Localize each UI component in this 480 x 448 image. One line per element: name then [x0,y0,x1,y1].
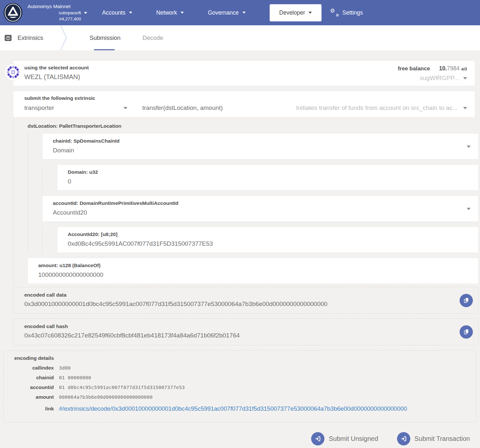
sign-in-icon [311,432,324,445]
copy-icon [463,328,470,336]
chevron-down-icon [467,208,471,210]
chain-spec-selector[interactable]: subspace/6 [28,10,87,16]
encoding-details-box: encoding details callindex 3d00 chainid … [3,350,476,422]
param-accountid20-value[interactable]: 0xd0Bc4c95c5991AC007f077d31F5D315007377E… [68,240,468,247]
tab-decode[interactable]: Decode [142,25,164,50]
encoding-value: 000064a7b3b6e00d0000000000000000 [59,395,153,400]
account-selector[interactable]: using the selected account WEZL (TALISMA… [13,60,475,86]
params-tree: dstLocation: PalletTransporterLocation c… [13,118,479,284]
encoded-call-data-box: encoded call data 0x3d00010000000001d0bc… [13,287,479,314]
free-balance-line: free balance 10. 7984 ai3 [398,65,467,72]
param-domain-input[interactable]: Domain: u32 0 [57,164,479,191]
method-description: Initiates transfer of funds from account… [296,104,458,112]
copy-icon [463,297,470,304]
submit-transaction-label: Submit Transaction [415,435,470,442]
free-balance-label: free balance [398,65,430,72]
autonomys-logo-icon[interactable] [3,3,23,23]
nav-network-label: Network [156,9,177,16]
account-address-toggle[interactable]: sugWfRGPP... [398,75,467,82]
param-amount-input[interactable]: amount: u128 (BalanceOf) 100000000000000… [28,258,479,284]
balance-integer: 10. [439,65,447,72]
chevron-down-icon [463,107,467,109]
account-address-short: sugWfRGPP... [420,75,459,82]
page-title: Extrinsics [18,34,43,41]
method-description-select[interactable]: Initiates transfer of funds from account… [296,104,467,112]
nav-accounts[interactable]: Accounts [102,9,132,16]
encoding-key: accountid [7,384,54,390]
encoded-call-hash-value: 0x43c07c608326c217e82549f60cbf8cbf481eb4… [24,332,452,339]
param-chainid-select[interactable]: chainId: SpDomainsChainId Domain [42,133,479,159]
param-amount-label: amount: u128 (BalanceOf) [38,263,468,268]
pallet-select[interactable]: transporter [24,104,127,112]
main-content: using the selected account WEZL (TALISMA… [0,50,480,445]
main-nav: Accounts Network Governance Developer ⚙⚙… [102,4,363,21]
nav-governance[interactable]: Governance [208,9,245,16]
chevron-down-icon [242,12,246,14]
nav-governance-label: Governance [208,9,239,16]
encoding-row-callindex: callindex 3d00 [7,365,470,371]
encoding-value: 01 00000000 [59,375,91,380]
param-amount-value[interactable]: 1000000000000000000 [38,271,468,278]
param-chainid-value[interactable]: Domain [53,147,468,154]
app-header: Autonomys Mainnet subspace/6 #4,277,400 … [0,0,480,25]
network-title-block: Autonomys Mainnet subspace/6 #4,277,400 [28,4,87,22]
encoded-call-hash-label: encoded call hash [24,324,452,329]
encoding-row-chainid: chainid 01 00000000 [7,375,470,381]
pallet-select-value: transporter [24,104,54,112]
extrinsics-inbox-icon [4,34,12,42]
extrinsic-select-card: submit the following extrinsic transport… [13,91,475,118]
encoding-key: callindex [7,365,54,371]
params-accountid-children: AccountId20: [u8;20] 0xd0Bc4c95c5991AC00… [42,227,479,253]
nav-developer[interactable]: Developer [270,4,322,21]
encoding-link-label: link [7,406,54,412]
param-accountid-value[interactable]: AccountId20 [53,209,468,216]
tab-decode-label: Decode [143,34,163,41]
chevron-down-icon [129,12,132,14]
gear-icon: ⚙⚙ [330,8,339,17]
extrinsic-select-label: submit the following extrinsic [24,95,467,101]
submit-actions: Submit Unsigned Submit Transaction [0,432,470,445]
nav-settings-label: Settings [342,9,363,16]
encoding-row-amount: amount 000064a7b3b6e00d0000000000000000 [7,394,470,400]
balance-fraction: 7984 [447,65,460,72]
chevron-down-icon [463,77,467,79]
encoding-row-link: link #/extrinsics/decode/0x3d00010000000… [7,405,470,412]
copy-call-hash-button[interactable] [460,325,473,338]
encoding-key: chainid [7,375,54,381]
submit-transaction-button[interactable]: Submit Transaction [397,432,470,445]
best-block-number: #4,277,400 [28,16,87,22]
chevron-down-icon [181,12,184,14]
chevron-down-icon [84,12,87,14]
param-accountid20-label: AccountId20: [u8;20] [68,231,468,237]
param-domain-value[interactable]: 0 [68,178,468,185]
section-head: Extrinsics [4,25,43,50]
nav-settings[interactable]: ⚙⚙ Settings [330,8,363,17]
sign-in-icon [397,432,410,445]
param-domain-label: Domain: u32 [68,169,468,175]
params-chainid-children: Domain: u32 0 [42,164,479,191]
nav-network[interactable]: Network [156,9,184,16]
tab-submission-label: Submission [89,34,121,41]
chevron-down-icon [123,107,127,109]
tab-submission[interactable]: Submission [88,25,122,50]
account-identicon [5,64,22,81]
method-select[interactable]: transfer(dstLocation, amount) [142,104,223,112]
account-balance-block: free balance 10. 7984 ai3 sugWfRGPP... [398,65,467,82]
params-dstlocation-children: chainId: SpDomainsChainId Domain Domain:… [28,133,479,253]
chevron-down-icon [309,12,312,14]
encoded-call-hash-box: encoded call hash 0x43c07c608326c217e825… [13,318,479,345]
decode-link[interactable]: #/extrinsics/decode/0x3d00010000000001d0… [59,405,407,412]
method-select-value: transfer(dstLocation, amount) [142,104,223,111]
copy-call-data-button[interactable] [460,294,473,307]
network-name: Autonomys Mainnet [28,4,87,9]
param-accountid-select[interactable]: accountId: DomainRuntimePrimitivesMultiA… [42,195,479,222]
encoding-row-accountid: accountid 01 d0bc4c95c5991ac007f077d31f5… [7,384,470,390]
param-chainid-label: chainId: SpDomainsChainId [53,138,468,144]
chain-spec-label: subspace/6 [59,10,81,16]
param-accountid20-input[interactable]: AccountId20: [u8;20] 0xd0Bc4c95c5991AC00… [57,227,479,253]
encoding-details-label: encoding details [14,355,470,361]
chevron-down-icon [467,146,471,148]
encoding-value: 01 d0bc4c95c5991ac007f077d31f5d315007377… [59,385,185,390]
encoded-call-data-label: encoded call data [24,292,452,298]
submit-unsigned-button[interactable]: Submit Unsigned [311,432,378,445]
